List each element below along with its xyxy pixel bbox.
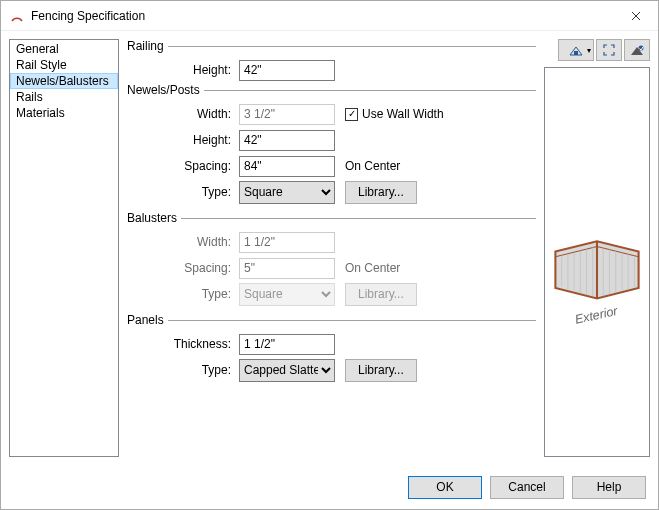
balusters-library-button: Library... — [345, 283, 417, 306]
dialog-window: Fencing Specification General Rail Style… — [0, 0, 659, 510]
newels-type-label: Type: — [153, 185, 239, 199]
group-newels: Newels/Posts — [127, 83, 536, 97]
panels-thickness-label: Thickness: — [153, 337, 239, 351]
preview-column: Exterior — [544, 39, 650, 457]
balusters-spacing-input — [239, 258, 335, 279]
preview-caption: Exterior — [574, 304, 620, 327]
balusters-spacing-suffix: On Center — [345, 261, 400, 275]
nav-item-newels-balusters[interactable]: Newels/Balusters — [10, 73, 118, 89]
preview-toolbar — [544, 39, 650, 63]
newels-spacing-suffix: On Center — [345, 159, 400, 173]
ok-button[interactable]: OK — [408, 476, 482, 499]
newels-spacing-label: Spacing: — [153, 159, 239, 173]
svg-rect-0 — [574, 51, 578, 55]
preview-pane[interactable]: Exterior — [544, 67, 650, 457]
group-railing: Railing — [127, 39, 536, 53]
newels-library-button[interactable]: Library... — [345, 181, 417, 204]
nav-item-rails[interactable]: Rails — [10, 89, 118, 105]
balusters-spacing-label: Spacing: — [153, 261, 239, 275]
view-mode-button[interactable] — [558, 39, 594, 61]
newels-width-label: Width: — [153, 107, 239, 121]
close-button[interactable] — [613, 1, 658, 30]
panels-thickness-input[interactable] — [239, 334, 335, 355]
window-title: Fencing Specification — [31, 9, 613, 23]
app-icon — [9, 8, 25, 24]
panels-type-label: Type: — [153, 363, 239, 377]
color-toggle-button[interactable] — [624, 39, 650, 61]
railing-height-input[interactable] — [239, 60, 335, 81]
railing-height-label: Height: — [153, 63, 239, 77]
help-button[interactable]: Help — [572, 476, 646, 499]
panels-type-select[interactable]: Capped Slatted — [239, 359, 335, 382]
nav-item-rail-style[interactable]: Rail Style — [10, 57, 118, 73]
panels-library-button[interactable]: Library... — [345, 359, 417, 382]
newels-height-input[interactable] — [239, 130, 335, 151]
group-balusters: Balusters — [127, 211, 536, 225]
newels-width-input — [239, 104, 335, 125]
group-panels: Panels — [127, 313, 536, 327]
nav-item-general[interactable]: General — [10, 41, 118, 57]
fence-preview-icon: Exterior — [545, 158, 649, 366]
category-nav: General Rail Style Newels/Balusters Rail… — [9, 39, 119, 457]
dialog-footer: OK Cancel Help — [1, 465, 658, 509]
newels-height-label: Height: — [153, 133, 239, 147]
balusters-width-input — [239, 232, 335, 253]
balusters-type-select: Square — [239, 283, 335, 306]
fit-view-button[interactable] — [596, 39, 622, 61]
group-panels-title: Panels — [127, 313, 168, 327]
nav-item-materials[interactable]: Materials — [10, 105, 118, 121]
newels-spacing-input[interactable] — [239, 156, 335, 177]
use-wall-width-checkbox[interactable]: ✓ — [345, 108, 358, 121]
use-wall-width-label: Use Wall Width — [362, 107, 444, 121]
titlebar: Fencing Specification — [1, 1, 658, 31]
newels-type-select[interactable]: Square — [239, 181, 335, 204]
group-railing-title: Railing — [127, 39, 168, 53]
form-panel: Railing Height: Newels/Posts Width: — [123, 39, 540, 457]
group-newels-title: Newels/Posts — [127, 83, 204, 97]
group-balusters-title: Balusters — [127, 211, 181, 225]
balusters-type-label: Type: — [153, 287, 239, 301]
cancel-button[interactable]: Cancel — [490, 476, 564, 499]
balusters-width-label: Width: — [153, 235, 239, 249]
